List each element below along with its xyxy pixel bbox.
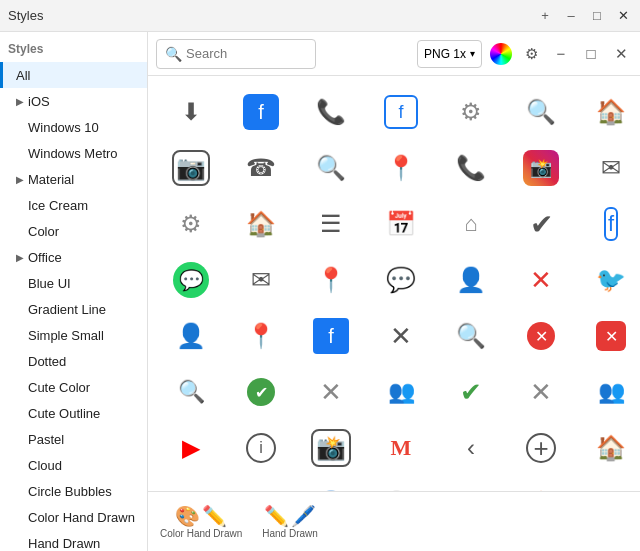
phone-icon[interactable]: 📞 — [296, 84, 366, 140]
calendar-icon[interactable]: 📅 — [366, 196, 436, 252]
google-icon[interactable]: G — [576, 476, 640, 491]
search-input[interactable] — [186, 46, 306, 61]
home-icon[interactable]: 🏠 — [576, 84, 640, 140]
sidebar-item-office[interactable]: ▶ Office — [0, 244, 147, 270]
close-x3-icon[interactable]: ✕ — [506, 364, 576, 420]
hand-drawn-icon1: ✏️ — [264, 504, 289, 528]
sidebar-item-simple-small[interactable]: Simple Small — [0, 322, 147, 348]
settings-icon[interactable]: ⚙ — [520, 43, 542, 65]
search4-icon[interactable]: 🔍 — [436, 308, 506, 364]
search3-icon[interactable]: 🔍 — [296, 140, 366, 196]
sidebar-item-material[interactable]: ▶ Material — [0, 166, 147, 192]
twitter-icon[interactable]: 🐦 — [576, 252, 640, 308]
close-x-red-icon[interactable]: ✕ — [506, 252, 576, 308]
close-red-square-icon[interactable]: ✕ — [576, 308, 640, 364]
search-magnify-icon[interactable]: 🔍 — [156, 364, 226, 420]
sidebar-item-blue-ui[interactable]: Blue UI — [0, 270, 147, 296]
instagram-outline-icon[interactable]: 📷 — [156, 140, 226, 196]
facebook-icon[interactable]: f — [226, 84, 296, 140]
whatsapp2-icon[interactable]: 💬 — [366, 252, 436, 308]
chevron-down-icon: ▾ — [470, 48, 475, 59]
search-box[interactable]: 🔍 — [156, 39, 316, 69]
email-icon[interactable]: ✉ — [576, 140, 640, 196]
sidebar-item-cloud[interactable]: Cloud — [0, 452, 147, 478]
person2-icon[interactable]: 👤 — [156, 308, 226, 364]
home4-icon[interactable]: 🏠 — [576, 420, 640, 476]
minimize-icon[interactable]: − — [550, 43, 572, 65]
sidebar-item-pastel[interactable]: Pastel — [0, 426, 147, 452]
group2-icon[interactable]: 👥 — [576, 364, 640, 420]
sidebar-item-hand-drawn[interactable]: Hand Drawn — [0, 530, 147, 551]
sidebar-item-color-hand-drawn[interactable]: Color Hand Drawn — [0, 504, 147, 530]
gmail-icon[interactable]: M — [366, 420, 436, 476]
menu-icon[interactable]: ☰ — [296, 196, 366, 252]
hand-drawn-icon2: 🖊️ — [291, 504, 316, 528]
phone2-icon[interactable]: ☎ — [226, 140, 296, 196]
close-button[interactable]: ✕ — [614, 7, 632, 25]
sidebar-item-color[interactable]: Color — [0, 218, 147, 244]
whatsapp-icon[interactable]: 💬 — [156, 252, 226, 308]
sidebar-item-ice-cream[interactable]: Ice Cream — [0, 192, 147, 218]
person3-icon[interactable]: 👤 — [296, 476, 366, 491]
facebook-outline2-icon[interactable]: f — [576, 196, 640, 252]
checkmark2-icon[interactable]: ✔ — [436, 364, 506, 420]
search-blue-icon[interactable]: 🔍 — [366, 476, 436, 491]
sidebar-item-all[interactable]: All — [0, 62, 147, 88]
phone3-icon[interactable]: 📞 — [436, 140, 506, 196]
chevron-left-icon[interactable]: ‹ — [436, 420, 506, 476]
content-area: 🔍 PNG 1x ▾ ⚙ − □ ✕ ⬇ f 📞 — [148, 32, 640, 551]
menu2-icon[interactable]: ☰ — [436, 476, 506, 491]
instagram-color-icon[interactable]: 📸 — [506, 140, 576, 196]
sidebar-item-cute-outline[interactable]: Cute Outline — [0, 400, 147, 426]
close-icon[interactable]: ✕ — [610, 43, 632, 65]
location-icon[interactable]: 📍 — [366, 140, 436, 196]
color-wheel-icon[interactable] — [490, 43, 512, 65]
checkmark-green-circle-icon[interactable]: ✔ — [226, 364, 296, 420]
sidebar-item-ios[interactable]: ▶ iOS — [0, 88, 147, 114]
sidebar-item-label: Windows 10 — [28, 120, 99, 135]
home2-icon[interactable]: 🏠 — [226, 196, 296, 252]
home-color-icon[interactable]: 🏠 — [506, 476, 576, 491]
sidebar-item-gradient-line[interactable]: Gradient Line — [0, 296, 147, 322]
maximize-button[interactable]: □ — [588, 7, 606, 25]
search2-icon[interactable]: 🔍 — [506, 84, 576, 140]
toolbar: 🔍 PNG 1x ▾ ⚙ − □ ✕ — [148, 32, 640, 76]
location2-icon[interactable]: 📍 — [296, 252, 366, 308]
youtube-icon[interactable]: ▶ — [156, 420, 226, 476]
search-icon: 🔍 — [165, 46, 182, 62]
close-x2-icon[interactable]: ✕ — [296, 364, 366, 420]
sidebar-section-header: Styles — [0, 36, 147, 62]
home3-icon[interactable]: ⌂ — [436, 196, 506, 252]
minimize-button[interactable]: – — [562, 7, 580, 25]
gear2-icon[interactable]: ⚙ — [156, 196, 226, 252]
sidebar-item-dotted[interactable]: Dotted — [0, 348, 147, 374]
facebook3-icon[interactable]: f — [296, 308, 366, 364]
instagram2-icon[interactable]: 📸 — [296, 420, 366, 476]
maximize-icon[interactable]: □ — [580, 43, 602, 65]
style-thumb-color-hand-drawn[interactable]: 🎨 ✏️ Color Hand Drawn — [156, 500, 246, 543]
plus-button[interactable]: + — [536, 7, 554, 25]
twitter2-icon[interactable]: 🐦 — [156, 476, 226, 491]
sidebar-item-windows10[interactable]: Windows 10 — [0, 114, 147, 140]
settings-gear-icon[interactable]: ⚙ — [436, 84, 506, 140]
email2-icon[interactable]: ✉ — [226, 252, 296, 308]
location-red-icon[interactable]: 📍 — [226, 308, 296, 364]
chevron-right-icon: ▶ — [16, 174, 24, 185]
facebook-outline-icon[interactable]: f — [366, 84, 436, 140]
color-hand-drawn-icon1: 🎨 — [175, 504, 200, 528]
plus-circle-icon[interactable]: + — [506, 420, 576, 476]
download-icon[interactable]: ⬇ — [156, 84, 226, 140]
close-x-icon[interactable]: ✕ — [366, 308, 436, 364]
sidebar-item-circle-bubbles[interactable]: Circle Bubbles — [0, 478, 147, 504]
close-red-circle-icon[interactable]: ✕ — [506, 308, 576, 364]
info-icon[interactable]: i — [226, 420, 296, 476]
sidebar-item-windows-metro[interactable]: Windows Metro — [0, 140, 147, 166]
settings2-icon[interactable]: ⚙ — [226, 476, 296, 491]
checkmark-icon[interactable]: ✔ — [506, 196, 576, 252]
sidebar-item-cute-color[interactable]: Cute Color — [0, 374, 147, 400]
group-icon[interactable]: 👥 — [366, 364, 436, 420]
style-thumb-hand-drawn[interactable]: ✏️ 🖊️ Hand Drawn — [258, 500, 322, 543]
title-bar-controls: + – □ ✕ — [536, 7, 632, 25]
format-selector[interactable]: PNG 1x ▾ — [417, 40, 482, 68]
person-icon[interactable]: 👤 — [436, 252, 506, 308]
